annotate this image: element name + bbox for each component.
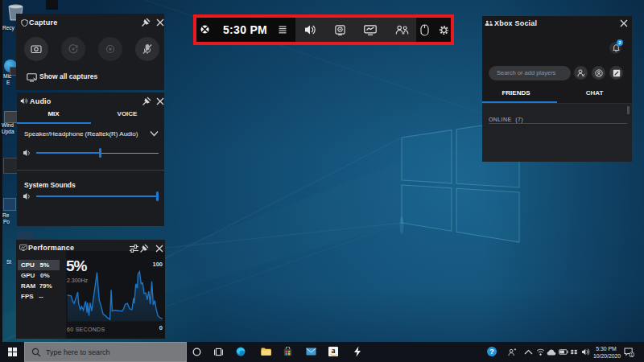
svg-text:1: 1 [630,352,633,357]
